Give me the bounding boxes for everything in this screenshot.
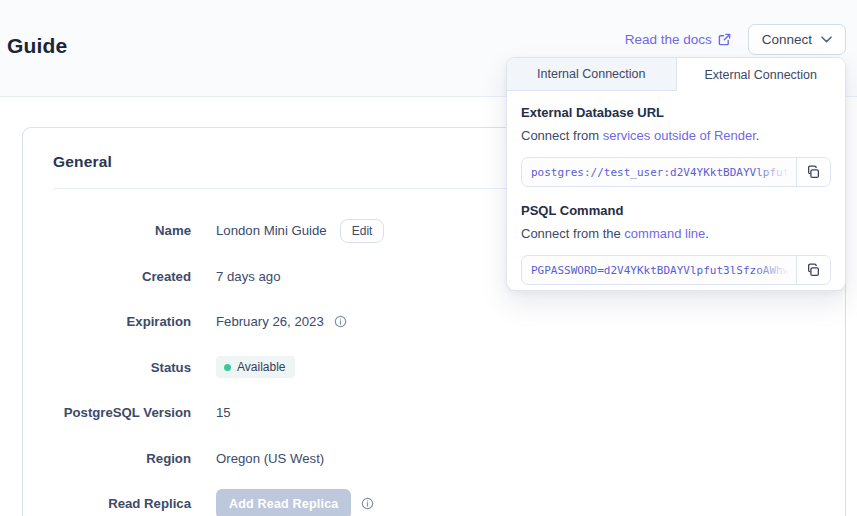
description-suffix: . bbox=[756, 128, 760, 143]
copy-icon bbox=[806, 263, 821, 278]
database-name: London Mini Guide bbox=[216, 223, 327, 238]
read-replica-info-icon[interactable] bbox=[361, 497, 374, 510]
services-outside-render-link[interactable]: services outside of Render bbox=[603, 128, 756, 143]
copy-psql-command-button[interactable] bbox=[796, 256, 830, 284]
read-the-docs-link[interactable]: Read the docs bbox=[625, 32, 731, 47]
description-suffix: . bbox=[705, 226, 709, 241]
row-read-replica: Read Replica Add Read Replica bbox=[23, 481, 845, 516]
external-database-url-group: postgres://test_user:d2V4YKktBDAYVlpfut3… bbox=[521, 157, 831, 187]
row-postgresql-version-value: 15 bbox=[216, 405, 231, 420]
row-created-label: Created bbox=[23, 269, 191, 284]
row-name-value: London Mini Guide Edit bbox=[216, 219, 384, 243]
row-expiration: Expiration February 26, 2023 bbox=[23, 299, 845, 345]
row-expiration-label: Expiration bbox=[23, 314, 191, 329]
psql-command-heading: PSQL Command bbox=[521, 203, 831, 218]
row-region-label: Region bbox=[23, 451, 191, 466]
row-postgresql-version-label: PostgreSQL Version bbox=[23, 405, 191, 420]
description-text: Connect from bbox=[521, 128, 603, 143]
read-the-docs-label: Read the docs bbox=[625, 32, 712, 47]
external-connection-panel: External Database URL Connect from servi… bbox=[507, 91, 845, 299]
row-postgresql-version: PostgreSQL Version 15 bbox=[23, 390, 845, 436]
row-name-label: Name bbox=[23, 223, 191, 238]
external-link-icon bbox=[718, 33, 731, 46]
row-created-value: 7 days ago bbox=[216, 269, 281, 284]
chevron-down-icon bbox=[821, 36, 832, 43]
row-read-replica-value: Add Read Replica bbox=[216, 489, 374, 516]
status-available-dot-icon bbox=[224, 364, 231, 371]
copy-icon bbox=[806, 165, 821, 180]
row-expiration-value: February 26, 2023 bbox=[216, 314, 347, 329]
status-badge-label: Available bbox=[237, 360, 285, 374]
expiration-info-icon[interactable] bbox=[334, 315, 347, 328]
external-database-url-field[interactable]: postgres://test_user:d2V4YKktBDAYVlpfut3… bbox=[522, 158, 796, 186]
row-read-replica-label: Read Replica bbox=[23, 496, 191, 511]
tab-internal-connection[interactable]: Internal Connection bbox=[507, 58, 676, 91]
tab-external-connection[interactable]: External Connection bbox=[676, 58, 846, 91]
description-text: Connect from the bbox=[521, 226, 624, 241]
command-line-link[interactable]: command line bbox=[624, 226, 705, 241]
connection-tabs: Internal Connection External Connection bbox=[507, 58, 845, 91]
row-region: Region Oregon (US West) bbox=[23, 436, 845, 482]
psql-command-field[interactable]: PGPASSWORD=d2V4YKktBDAYVlpfut3lSfzoAWhwb… bbox=[522, 256, 796, 284]
copy-external-url-button[interactable] bbox=[796, 158, 830, 186]
connect-button[interactable]: Connect bbox=[748, 24, 846, 55]
header-actions: Read the docs Connect bbox=[625, 24, 846, 55]
row-status-value: Available bbox=[216, 356, 295, 378]
status-badge: Available bbox=[216, 356, 295, 378]
edit-name-button[interactable]: Edit bbox=[340, 219, 385, 243]
row-region-value: Oregon (US West) bbox=[216, 451, 324, 466]
external-database-url-heading: External Database URL bbox=[521, 105, 831, 120]
row-status: Status Available bbox=[23, 345, 845, 391]
row-status-label: Status bbox=[23, 360, 191, 375]
expiration-date: February 26, 2023 bbox=[216, 314, 324, 329]
external-database-url-description: Connect from services outside of Render. bbox=[521, 128, 831, 143]
connect-button-label: Connect bbox=[762, 32, 812, 47]
connect-popover: Internal Connection External Connection … bbox=[506, 57, 846, 291]
add-read-replica-button: Add Read Replica bbox=[216, 489, 351, 516]
psql-command-group: PGPASSWORD=d2V4YKktBDAYVlpfut3lSfzoAWhwb… bbox=[521, 255, 831, 285]
page-title: Guide bbox=[7, 34, 68, 58]
psql-command-description: Connect from the command line. bbox=[521, 226, 831, 241]
